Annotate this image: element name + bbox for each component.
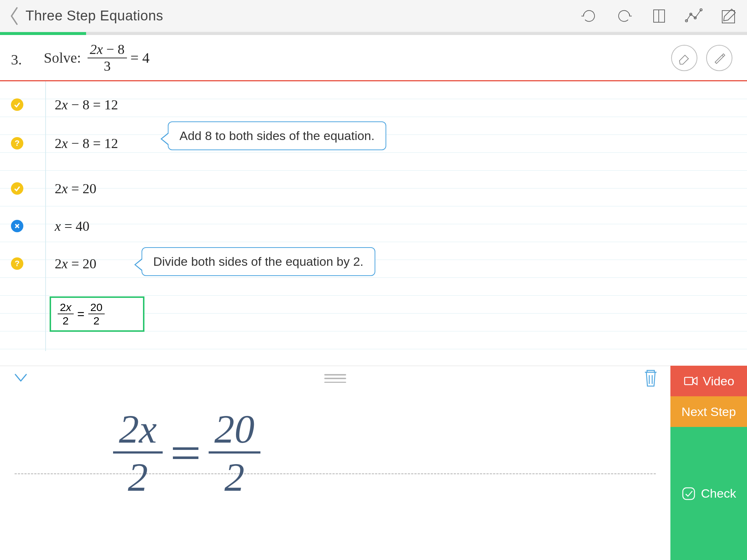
page-title: Three Step Equations	[26, 8, 163, 24]
input-left-num: 2x	[58, 302, 74, 315]
equals-sign: =	[74, 307, 88, 321]
status-correct-icon	[11, 182, 23, 195]
undo-icon[interactable]	[580, 7, 598, 25]
status-hint-icon: ?	[11, 257, 23, 270]
graph-icon[interactable]	[685, 7, 703, 25]
trash-icon	[642, 368, 659, 388]
back-button[interactable]	[9, 7, 20, 25]
input-left-den: 2	[63, 314, 69, 327]
solve-label: Solve:	[44, 49, 81, 66]
handwriting-preview: 2x2 202	[113, 409, 260, 497]
status-hint-icon: ?	[11, 137, 23, 149]
work-area: 2x − 8 = 12 ? 2x − 8 = 12 Add 8 to both …	[0, 81, 747, 351]
handwriting-canvas[interactable]: 2x2 202	[0, 391, 670, 548]
step-row: 2x − 8 = 12	[0, 93, 747, 116]
clear-button[interactable]	[642, 368, 659, 389]
check-button[interactable]: Check	[670, 427, 747, 560]
step-expression: 2x − 8 = 12	[55, 135, 118, 151]
hint-bubble: Add 8 to both sides of the equation.	[168, 121, 386, 150]
problem-numerator: 2x − 8	[88, 42, 127, 58]
hw-left-den: 2	[128, 454, 148, 497]
book-icon[interactable]	[650, 7, 668, 25]
eraser-icon	[677, 51, 691, 65]
canvas-toolbar	[0, 366, 670, 391]
redo-icon[interactable]	[615, 7, 633, 25]
next-step-label: Next Step	[681, 405, 736, 419]
hint-bubble: Divide both sides of the equation by 2.	[142, 247, 375, 276]
hw-right-den: 2	[224, 454, 244, 497]
status-wrong-icon	[11, 220, 23, 232]
step-row: x = 40	[0, 214, 747, 238]
chevron-down-icon	[12, 369, 29, 386]
collapse-button[interactable]	[12, 369, 29, 388]
step-row: 2x = 20	[0, 177, 747, 200]
pencil-icon	[712, 51, 726, 65]
hw-right-num: 20	[209, 409, 260, 454]
drag-handle-icon[interactable]	[324, 374, 346, 383]
progress-bar	[0, 32, 747, 35]
svg-marker-8	[693, 377, 697, 385]
compose-icon[interactable]	[720, 7, 738, 25]
check-label: Check	[701, 486, 736, 501]
problem-denominator: 3	[104, 58, 111, 74]
question-number: 3.	[11, 51, 22, 68]
input-right-den: 2	[93, 314, 100, 327]
svg-rect-9	[683, 488, 694, 499]
video-button[interactable]: Video	[670, 366, 747, 396]
top-bar: Three Step Equations	[0, 0, 747, 32]
step-expression: 2x − 8 = 12	[55, 97, 118, 113]
step-expression: 2x = 20	[55, 256, 96, 272]
video-label: Video	[703, 374, 734, 388]
baseline-guide	[15, 473, 656, 474]
hw-left-num: 2x	[113, 409, 163, 454]
status-correct-icon	[11, 98, 23, 111]
progress-fill	[0, 32, 86, 35]
bottom-panel: 2x2 202 Video Next Step Check	[0, 366, 747, 560]
problem-header: 3. Solve: 2x − 8 3 = 4	[0, 35, 747, 81]
action-column: Video Next Step Check	[670, 366, 747, 560]
current-answer-box[interactable]: 2x2 = 202	[50, 296, 144, 332]
check-icon	[681, 486, 696, 501]
pencil-button[interactable]	[706, 45, 732, 71]
chevron-left-icon	[9, 5, 20, 27]
eraser-button[interactable]	[671, 45, 697, 71]
equals-icon	[173, 447, 198, 459]
problem-expression: 2x − 8 3 = 4	[88, 42, 150, 74]
top-toolbar	[580, 7, 738, 25]
step-expression: 2x = 20	[55, 180, 96, 197]
video-icon	[683, 374, 698, 388]
input-right-num: 20	[88, 302, 105, 315]
step-expression: x = 40	[55, 218, 89, 234]
problem-rhs: = 4	[131, 49, 150, 66]
svg-rect-7	[685, 377, 693, 385]
next-step-button[interactable]: Next Step	[670, 396, 747, 427]
handwriting-panel: 2x2 202	[0, 366, 670, 560]
